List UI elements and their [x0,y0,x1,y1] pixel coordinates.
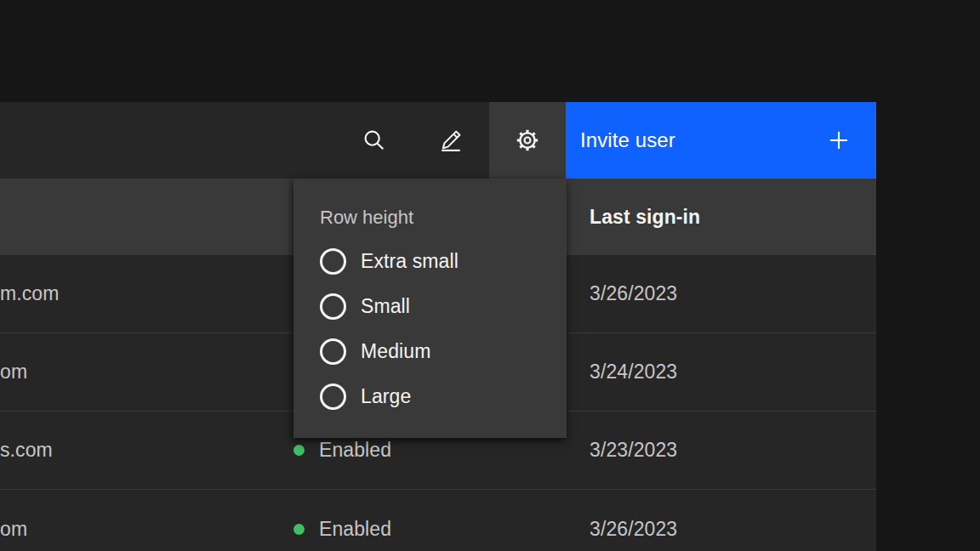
invite-user-label: Invite user [580,130,675,151]
date-cell: 3/26/2023 [590,518,876,541]
table-toolbar: Invite user [0,102,876,179]
search-button[interactable] [336,102,413,179]
email-cell: m.com [0,282,293,305]
radio-button-icon[interactable] [320,338,346,365]
row-height-menu-title: Row height [320,207,567,229]
radio-option-medium[interactable]: Medium [320,329,567,374]
table-row: om Enabled 3/26/2023 [0,490,876,551]
settings-icon [515,128,540,153]
status-label: Enabled [319,518,391,541]
user-management-screen: Invite user Last sign-in m.com 3/26/2023… [0,0,980,551]
status-cell: Enabled [293,518,590,541]
radio-option-large[interactable]: Large [320,374,567,419]
radio-option-small[interactable]: Small [320,284,567,329]
invite-user-button[interactable]: Invite user [566,102,876,179]
radio-option-label: Extra small [361,250,459,273]
radio-button-icon[interactable] [320,248,346,275]
radio-option-extra-small[interactable]: Extra small [320,239,567,284]
column-header-last-signin: Last sign-in [590,206,876,229]
date-cell: 3/24/2023 [590,361,876,383]
toolbar-spacer [0,102,336,179]
plus-icon [827,128,851,152]
radio-button-icon[interactable] [320,383,346,410]
row-height-options: Extra small Small Medium Large [320,239,567,419]
settings-button[interactable] [489,102,566,179]
search-icon [362,128,387,153]
edit-icon [438,128,464,153]
email-cell: s.com [0,439,293,462]
radio-option-label: Medium [361,340,430,363]
radio-button-icon[interactable] [320,293,346,320]
status-label: Enabled [319,439,391,462]
status-cell: Enabled [293,439,590,462]
email-cell: om [0,361,293,383]
email-cell: om [0,518,293,541]
radio-option-label: Small [361,295,410,318]
radio-option-label: Large [361,385,411,408]
status-dot [293,445,305,456]
date-cell: 3/26/2023 [590,282,876,305]
edit-button[interactable] [413,102,489,179]
row-height-menu: Row height Extra small Small Medium Larg… [293,179,567,438]
status-dot [293,524,305,535]
date-cell: 3/23/2023 [590,439,876,462]
